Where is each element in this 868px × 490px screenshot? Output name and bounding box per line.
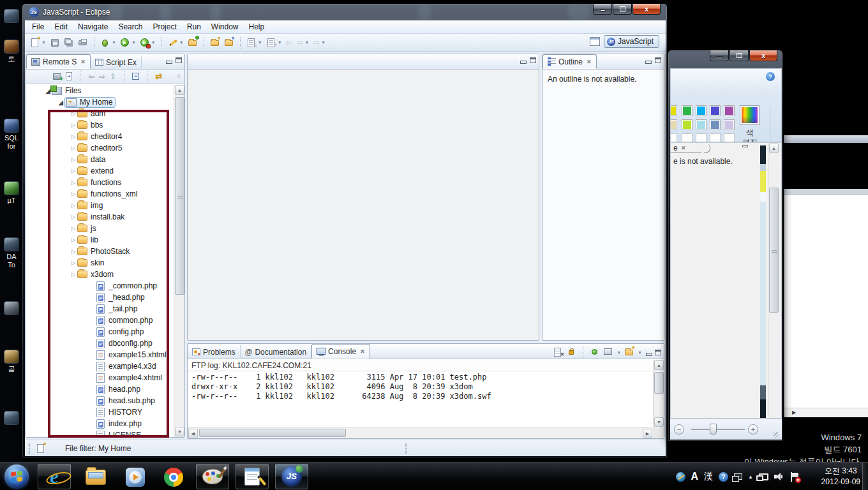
maximize-button[interactable] [730,50,749,61]
color-swatch[interactable] [670,119,677,130]
back-icon[interactable]: ⇦ [88,72,94,81]
maximize-view-button[interactable] [655,350,661,355]
maximize-view-button[interactable] [655,57,661,63]
scroll-up-icon[interactable]: ▲ [654,360,664,370]
color-swatch-empty[interactable] [670,133,677,142]
minimize-button[interactable] [710,50,729,61]
zoom-out-button[interactable]: − [674,424,684,434]
tab-problems[interactable]: Problems [188,345,241,359]
scroll-lock-button[interactable] [566,347,576,357]
expander-icon[interactable]: ▷ [70,271,77,278]
ime-language-icon[interactable] [676,472,685,482]
scroll-down-icon[interactable]: ▼ [654,417,664,427]
up-icon[interactable]: ⇧ [110,72,116,81]
desktop-shortcut[interactable] [2,301,21,316]
volume-tray-icon[interactable] [774,472,784,481]
back-button[interactable]: ⇦▼ [295,36,310,50]
run-external-button[interactable]: ▶▼ [138,36,157,50]
start-button[interactable] [4,464,29,489]
expander-icon[interactable]: ▷ [70,122,77,128]
tree-item-file[interactable]: _tail.php [26,303,174,315]
ime-hanja-icon[interactable]: 漢 [704,471,713,482]
console-horizontal-scrollbar[interactable]: ◀ ▶ [188,427,653,438]
previous-annotation-button[interactable]: ↑▼ [265,36,283,50]
menu-project[interactable]: Project [147,20,181,33]
restore-button[interactable] [613,4,632,15]
tree-vertical-scrollbar[interactable]: ▲ ▼ [174,85,184,437]
menu-help[interactable]: Help [244,20,270,33]
expander-icon[interactable]: ▷ [70,214,77,220]
forward-button[interactable]: ⇨▼ [311,36,327,50]
pin-console-button[interactable] [590,347,600,357]
taskbar-windows-explorer[interactable] [84,466,107,488]
display-console-button[interactable] [603,347,613,357]
taskbar-chrome[interactable] [162,466,185,488]
menu-file[interactable]: File [27,20,49,33]
eclipse-window[interactable]: JS JavaScript - Eclipse x File Edit Navi… [22,3,668,458]
scroll-right-icon[interactable]: ▶ [643,429,652,438]
desktop-shortcut[interactable] [2,411,21,426]
next-annotation-button[interactable]: ↓▼ [245,36,264,50]
view-menu-icon[interactable]: ▽ [177,74,181,79]
new-wizard-button[interactable]: ✦▼ [29,36,47,50]
debug-button[interactable]: ▼ [99,36,117,50]
menu-navigate[interactable]: Navigate [73,20,113,33]
color-swatch[interactable] [696,105,707,116]
taskbar-internet-explorer[interactable]: e [38,464,71,489]
minimize-view-button[interactable] [165,57,172,63]
tree-item-file[interactable]: _common.php [26,280,174,292]
taskbar-notepad[interactable] [236,464,269,489]
tab-console[interactable]: Console ✕ [311,344,370,359]
tree-item-file[interactable]: config.php [26,326,174,338]
close-button[interactable]: x [632,4,661,15]
open-perspective-icon[interactable] [590,37,600,46]
color-swatch[interactable] [710,105,721,116]
taskbar-paint[interactable] [196,464,229,489]
close-tab-icon[interactable]: ✕ [360,348,365,355]
tree-item-file[interactable]: LICENSE [26,429,174,437]
tree-item-folder[interactable]: ▷PhotoStack [26,246,174,257]
open-console-dropdown-icon[interactable]: ▼ [638,350,642,355]
zoom-slider-track[interactable] [691,429,745,430]
scroll-up-icon[interactable]: ▲ [175,85,184,95]
close-button[interactable]: x [749,50,777,61]
ime-mode-icon[interactable]: A [691,471,699,482]
print-button[interactable] [77,36,89,50]
color-swatch[interactable] [682,105,692,116]
edit-colors-icon[interactable] [740,105,760,125]
open-resource-button[interactable] [186,36,199,50]
last-edit-location-button[interactable]: ⇦ [285,36,294,50]
scroll-left-icon[interactable]: ◀ [188,429,198,438]
color-swatch-empty[interactable] [710,133,721,142]
expander-icon[interactable]: ▷ [70,248,77,255]
run-button[interactable]: ▶▼ [119,36,137,50]
close-tab-icon[interactable]: ✕ [587,59,592,65]
white-window-scrollbar[interactable]: ▶ [784,408,868,417]
tree-item-folder[interactable]: ▷lib [26,234,174,246]
new-connection-icon[interactable] [53,73,61,80]
desktop-shortcut-utorrent[interactable]: µT [2,181,21,205]
tree-item-file[interactable]: head.php [26,383,174,395]
tree-item-folder[interactable]: ▷bbs [26,119,174,131]
action-center-flag-icon[interactable]: ✕ [790,472,799,482]
expander-icon[interactable]: ▷ [70,156,77,163]
color-swatch[interactable] [724,105,735,116]
paint-canvas[interactable]: e ✕ e is not available. ▲ [670,142,782,419]
expander-icon[interactable]: ▷ [70,179,77,186]
maximize-view-button[interactable] [176,57,182,63]
new-js-wizard-button[interactable]: ✦ [209,36,221,50]
save-all-button[interactable] [63,36,75,50]
tree-item-folder[interactable]: ▷extend [26,165,174,177]
scrollbar-thumb[interactable] [654,372,664,394]
expander-icon[interactable]: ▷ [70,237,77,243]
edit-colors-label[interactable]: 편집 [731,137,769,142]
minimize-button[interactable] [593,4,612,15]
tree-item-folder[interactable]: ▷adm [26,108,174,119]
tree-item-folder[interactable]: ▷functions [26,177,174,188]
tree-item-folder[interactable]: ▷data [26,154,174,165]
tree-item-file[interactable]: example4.x3d [26,360,174,372]
tree-item-folder[interactable]: ▷cheditor4 [26,131,174,142]
new-js-file-button[interactable]: ✦ [223,36,236,50]
tab-outline[interactable]: Outline ✕ [542,54,597,69]
maximize-view-button[interactable] [530,57,536,63]
